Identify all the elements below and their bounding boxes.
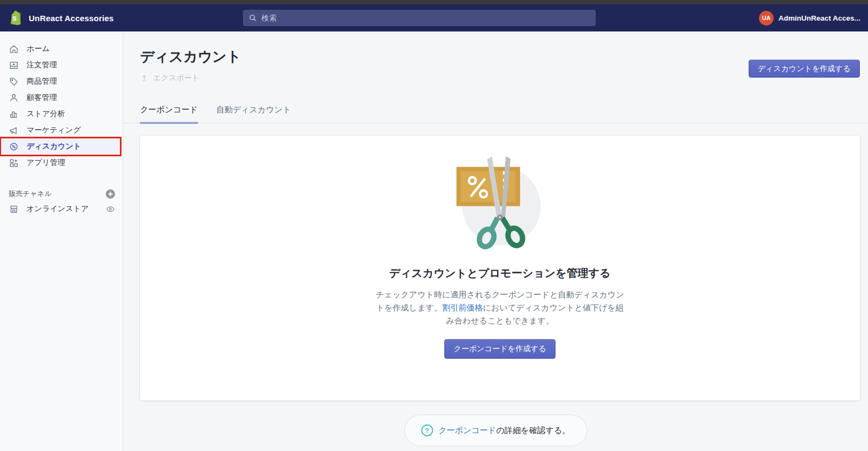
sidebar-item-label: ストア分析: [27, 109, 65, 119]
main-content: ディスカウント エクスポート ディスカウントを作成する クーポンコード 自動ディ…: [123, 31, 868, 451]
eye-icon[interactable]: [106, 205, 115, 214]
coupon-codes-help-link[interactable]: クーポンコード: [438, 425, 496, 435]
tabs-divider: [123, 123, 868, 123]
products-icon: [9, 77, 19, 87]
marketing-icon: [9, 125, 19, 136]
window-chrome-strip: [0, 0, 868, 4]
tab-coupon-codes[interactable]: クーポンコード: [140, 105, 198, 124]
customers-icon: [9, 93, 19, 103]
top-navigation-bar: S UnReact Accessories UA AdminUnReact Ac…: [0, 4, 868, 31]
sidebar-item-home[interactable]: ホーム: [1, 41, 120, 57]
sidebar-item-orders[interactable]: 注文管理: [1, 57, 120, 73]
export-button[interactable]: エクスポート: [140, 73, 200, 83]
avatar: UA: [759, 11, 774, 26]
sidebar-item-online-store[interactable]: オンラインストア: [0, 201, 123, 217]
sidebar-item-label: ホーム: [27, 44, 50, 54]
sidebar-item-customers[interactable]: 顧客管理: [1, 90, 120, 106]
search-input[interactable]: [261, 14, 590, 22]
footer-text-suffix: の詳細を確認する。: [496, 425, 570, 435]
discount-tabs: クーポンコード 自動ディスカウント: [140, 105, 291, 124]
store-brand[interactable]: S UnReact Accessories: [0, 10, 114, 26]
page-title: ディスカウント: [140, 47, 241, 66]
sidebar-item-label: 顧客管理: [27, 93, 57, 103]
sidebar-item-label: 注文管理: [27, 60, 57, 70]
compare-at-price-link[interactable]: 割引前価格: [442, 303, 483, 312]
sidebar-navigation: ホーム 注文管理 商品管理 顧客管理 ストア分析 マーケティング: [0, 31, 123, 451]
user-name: AdminUnReact Acces...: [778, 14, 860, 22]
store-name: UnReact Accessories: [29, 14, 114, 23]
user-menu[interactable]: UA AdminUnReact Acces...: [759, 4, 860, 31]
empty-state-heading: ディスカウントとプロモーションを管理する: [390, 266, 611, 281]
shopify-logo-icon: S: [9, 10, 23, 26]
create-discount-button[interactable]: ディスカウントを作成する: [749, 60, 860, 78]
online-store-icon: [9, 204, 19, 214]
sidebar-item-products[interactable]: 商品管理: [1, 73, 120, 90]
help-footer: ? クーポンコードの詳細を確認する。: [404, 415, 587, 446]
empty-state-card: ディスカウントとプロモーションを管理する チェックアウト時に適用されるクーポンコ…: [140, 136, 860, 401]
footer-text: クーポンコードの詳細を確認する。: [438, 425, 570, 436]
sidebar-item-label: オンラインストア: [27, 204, 98, 214]
coupon-scissors-illustration: [442, 148, 558, 254]
export-label: エクスポート: [153, 73, 200, 83]
create-coupon-code-button[interactable]: クーポンコードを作成する: [444, 339, 556, 359]
sidebar-item-label: アプリ管理: [27, 158, 65, 168]
sales-channels-header: 販売チャネル: [0, 187, 123, 201]
export-icon: [140, 74, 149, 82]
add-sales-channel-button[interactable]: [106, 189, 115, 199]
empty-state-description: チェックアウト時に適用されるクーポンコードと自動ディスカウントを作成します。割引…: [373, 288, 627, 327]
sidebar-item-apps[interactable]: アプリ管理: [1, 155, 120, 171]
orders-icon: [9, 60, 19, 71]
apps-icon: [9, 158, 19, 168]
tab-automatic-discounts[interactable]: 自動ディスカウント: [216, 105, 291, 124]
analytics-icon: [9, 109, 19, 119]
global-search[interactable]: [243, 10, 596, 26]
shopify-admin-app: S UnReact Accessories UA AdminUnReact Ac…: [0, 0, 868, 451]
sales-channels-heading: 販売チャネル: [9, 189, 52, 199]
sidebar-item-discounts[interactable]: ディスカウント: [1, 138, 120, 155]
discount-badge-icon: [9, 142, 19, 152]
search-icon: [248, 14, 257, 22]
svg-text:S: S: [12, 15, 17, 22]
sidebar-item-analytics[interactable]: ストア分析: [1, 106, 120, 122]
sidebar-item-label: ディスカウント: [27, 142, 81, 151]
help-icon: ?: [421, 424, 433, 436]
plus-icon: [108, 192, 113, 196]
sidebar-item-label: 商品管理: [27, 77, 57, 86]
sidebar-item-label: マーケティング: [27, 125, 81, 135]
sidebar-item-marketing[interactable]: マーケティング: [1, 122, 120, 138]
home-icon: [9, 44, 19, 54]
